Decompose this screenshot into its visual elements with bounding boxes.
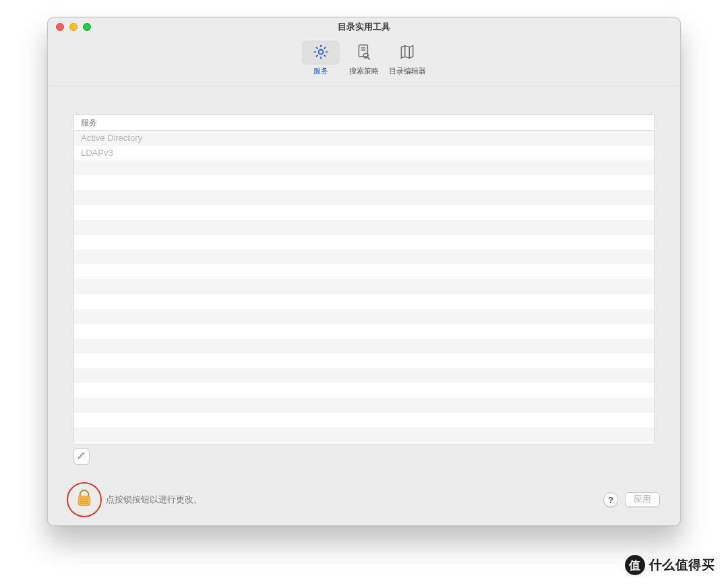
table-row: [74, 250, 654, 264]
footer: 点按锁按钮以进行更改。 ? 应用: [67, 486, 660, 513]
table-row: [74, 190, 654, 205]
table-row: [74, 205, 654, 220]
table-row: [74, 294, 654, 309]
map-icon: [398, 43, 416, 62]
table-row: [74, 398, 654, 413]
table-row: [74, 235, 654, 250]
tab-directory-editor-label: 目录编辑器: [389, 66, 426, 76]
table-row: [74, 264, 654, 279]
services-table-header[interactable]: 服务: [74, 115, 654, 131]
zoom-window-button[interactable]: [83, 23, 91, 31]
tab-directory-editor[interactable]: 目录编辑器: [386, 40, 429, 76]
window-controls: [56, 23, 91, 31]
watermark: 值 什么值得买: [625, 555, 715, 575]
window-title: 目录实用工具: [48, 21, 680, 33]
tab-search-policy-label: 搜索策略: [349, 66, 379, 76]
content-area: 服务 Active DirectoryLDAPv3: [73, 114, 655, 465]
lock-button[interactable]: [67, 482, 102, 517]
tab-services[interactable]: 服务: [299, 40, 342, 76]
table-row: [74, 279, 654, 294]
apply-button[interactable]: 应用: [625, 492, 660, 507]
services-table-body: Active DirectoryLDAPv3: [74, 131, 654, 444]
directory-utility-window: 目录实用工具 服务: [47, 17, 681, 526]
svg-line-5: [367, 57, 369, 59]
watermark-text: 什么值得买: [649, 556, 715, 574]
lock-hint-text: 点按锁按钮以进行更改。: [106, 494, 202, 506]
table-row: [74, 383, 654, 398]
svg-point-0: [319, 50, 324, 55]
help-button[interactable]: ?: [603, 492, 618, 507]
tab-services-label: 服务: [313, 66, 328, 76]
table-row: [74, 324, 654, 339]
table-row[interactable]: LDAPv3: [74, 146, 654, 160]
table-row: [74, 175, 654, 190]
svg-rect-8: [78, 496, 90, 506]
toolbar: 服务 搜索策略: [48, 36, 680, 86]
edit-service-button[interactable]: [73, 448, 90, 465]
table-row: [74, 442, 654, 444]
table-row: [74, 339, 654, 353]
table-row: [74, 220, 654, 235]
services-table: 服务 Active DirectoryLDAPv3: [73, 114, 655, 444]
watermark-badge: 值: [625, 555, 645, 575]
close-window-button[interactable]: [56, 23, 64, 31]
gear-icon: [312, 43, 330, 62]
tab-search-policy[interactable]: 搜索策略: [342, 40, 386, 76]
table-row: [74, 368, 654, 383]
table-row: [74, 353, 654, 368]
table-row: [74, 413, 654, 428]
document-search-icon: [355, 43, 373, 62]
table-row: [74, 160, 654, 175]
titlebar: 目录实用工具: [48, 18, 680, 36]
table-row: [74, 428, 654, 442]
lock-icon: [74, 488, 94, 510]
minimize-window-button[interactable]: [69, 23, 78, 31]
pencil-icon: [77, 450, 86, 463]
table-row: [74, 309, 654, 324]
table-row[interactable]: Active Directory: [74, 131, 654, 146]
